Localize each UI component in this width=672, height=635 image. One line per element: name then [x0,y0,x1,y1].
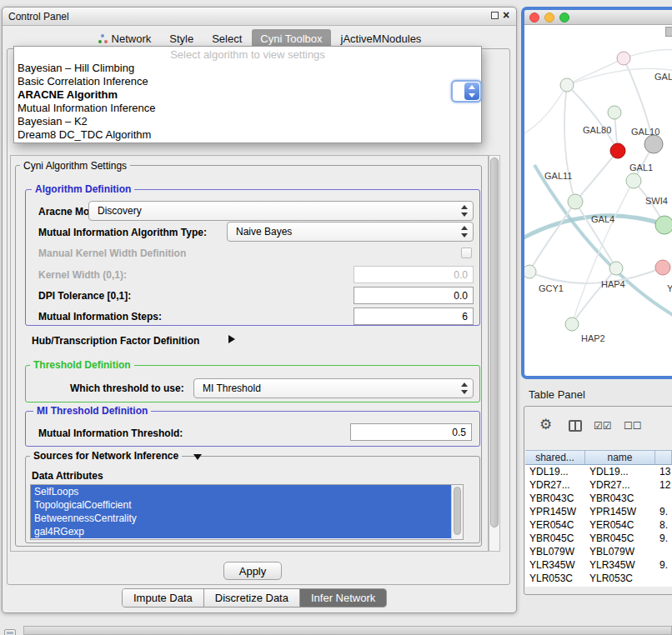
edge [564,85,575,202]
attribute-item-betweennesscentrality[interactable]: BetweennessCentrality [31,512,463,525]
table-row[interactable]: YLR053CYLR053C [525,572,672,585]
column-header-shared[interactable]: shared... [525,450,585,465]
table-row[interactable]: YBR045CYBR045C9. [525,532,672,545]
select-all-checkboxes-icon[interactable]: ☑☑ [594,420,612,432]
graph-node[interactable] [568,194,583,209]
node-label-gal11: GAL11 [544,171,572,181]
deselect-all-checkboxes-icon[interactable]: ☐☐ [624,420,642,432]
mi-threshold-field[interactable]: 0.5 [350,423,472,441]
algorithm-option-basic-correlation-inference[interactable]: Basic Correlation Inference [14,75,481,88]
graph-node[interactable] [524,265,536,278]
table-cell: YLR053C [585,572,655,585]
table-row[interactable]: YDL19...YDL19...13 [525,465,672,478]
tab-label: Select [212,32,242,45]
table-cell: YBR045C [585,532,655,545]
graph-node[interactable] [617,52,630,65]
graph-node[interactable] [644,135,663,153]
graph-node[interactable] [626,173,641,188]
apply-button[interactable]: Apply [223,562,282,580]
table-settings-gear-icon[interactable]: ⚙ [539,418,552,432]
bottom-tab-infer-network[interactable]: Infer Network [300,589,386,607]
edge [524,85,567,133]
manual-kernel-width-checkbox[interactable] [461,248,472,258]
column-header-name[interactable]: name [585,450,655,465]
combo-stepper-arrows-icon [464,82,479,100]
aracne-mode-value: Discovery [98,205,142,217]
attribute-item-topologicalcoefficient[interactable]: TopologicalCoefficient [31,498,463,512]
dpi-tolerance-field[interactable]: 0.0 [354,287,474,304]
network-scroll-button[interactable] [665,27,672,37]
table-cell: YLR345W [525,558,585,572]
mi-threshold-title: MI Threshold Definition [33,405,151,417]
algorithm-combo-stepper[interactable] [451,80,482,102]
edge [572,268,616,324]
scrollbar-thumb[interactable] [490,158,499,528]
screen: Control Panel × NetworkStyleSelectCyni T… [0,0,672,635]
graph-node[interactable] [610,143,625,158]
algorithm-option-aracne-algorithm[interactable]: ARACNE Algorithm [14,88,481,102]
control-panel-title: Control Panel [8,11,69,22]
expand-right-icon[interactable] [228,335,235,343]
graph-node[interactable] [560,78,574,92]
graph-node[interactable] [655,216,672,234]
graph-node[interactable] [655,260,670,275]
algorithm-option-bayesian-k2[interactable]: Bayesian – K2 [14,115,481,128]
tab-label: Cyni Toolbox [260,32,322,45]
node-label-swi4: SWI4 [645,196,668,206]
close-traffic-light-icon[interactable] [529,12,539,22]
close-window-icon[interactable]: × [503,9,509,21]
table-cell [655,572,672,585]
node-label-gal10: GAL10 [631,127,659,137]
mi-steps-field[interactable]: 6 [354,308,474,325]
bottom-tab-group: Impute DataDiscretize DataInfer Network [122,588,387,608]
table-row[interactable]: YPR145WYPR145W9. [525,505,672,518]
zoom-traffic-light-icon[interactable] [559,12,569,22]
mi-algorithm-type-select[interactable]: Naive Bayes [227,222,474,242]
combo-arrows-icon [461,226,468,238]
which-threshold-select[interactable]: MI Threshold [193,378,474,398]
bottom-tab-discretize-data[interactable]: Discretize Data [204,589,300,607]
control-panel-titlebar[interactable] [3,8,516,26]
algorithm-option-mutual-information-inference[interactable]: Mutual Information Inference [14,102,481,115]
minimize-traffic-light-icon[interactable] [544,12,554,22]
table-row[interactable]: YBR043CYBR043C [525,492,672,505]
attribute-item-selfloops[interactable]: SelfLoops [31,485,463,498]
node-label-hap4: HAP4 [601,279,625,289]
table-row[interactable]: YBL079WYBL079W [525,545,672,558]
table-cell: 9. [655,505,672,518]
algorithm-placeholder-option[interactable]: Select algorithm to view settings [14,48,481,62]
edge [529,268,663,283]
graph-node[interactable] [609,262,623,275]
table-cell: YDR27... [525,478,585,492]
algorithm-option-dream8-dc-tdc-algorithm[interactable]: Dream8 DC_TDC Algorithm [14,128,481,142]
graph-node[interactable] [608,106,621,119]
attributes-list-scrollbar-thumb[interactable] [454,487,461,535]
float-window-icon[interactable] [491,12,499,19]
bottom-tab-impute-data[interactable]: Impute Data [123,589,204,607]
column-header-extra[interactable] [655,450,672,465]
table-row[interactable]: YDR27...YDR27...12 [525,478,672,492]
sources-title[interactable]: Sources for Network Inference [30,450,182,462]
columns-icon[interactable] [569,420,582,432]
dpi-tolerance-label: DPI Tolerance [0,1]: [38,290,131,302]
network-graph-canvas[interactable]: GALGAL80GAL10GAL11GAL1SWI4GAL4GCY1HAP4YH… [524,25,672,379]
algorithm-option-bayesian-hill-climbing[interactable]: Bayesian – Hill Climbing [14,62,481,75]
settings-scrollbar[interactable] [489,155,500,552]
kernel-width-label: Kernel Width (0,1): [38,269,127,281]
table-row[interactable]: YLR345WYLR345W9. [525,558,672,572]
node-label-gal1: GAL1 [629,162,653,172]
table-cell: YBL079W [585,545,655,558]
network-window-titlebar[interactable] [524,10,672,25]
attribute-item-gal4rgexp[interactable]: gal4RGexp [31,525,463,538]
data-attributes-label: Data Attributes [32,470,103,482]
table-row[interactable]: YER054CYER054C8. [525,518,672,532]
kernel-width-field[interactable]: 0.0 [354,266,474,283]
hub-definition-label[interactable]: Hub/Transcription Factor Definition [32,335,199,347]
collapsed-panel-icon[interactable] [4,629,16,635]
graph-node[interactable] [565,318,579,331]
collapse-down-icon[interactable] [193,454,202,460]
attributes-list-scrollbar[interactable] [451,485,463,539]
data-attributes-list[interactable]: SelfLoopsTopologicalCoefficientBetweenne… [30,484,464,540]
mi-threshold-label: Mutual Information Threshold: [38,428,183,439]
aracne-mode-select[interactable]: Discovery [88,201,474,221]
